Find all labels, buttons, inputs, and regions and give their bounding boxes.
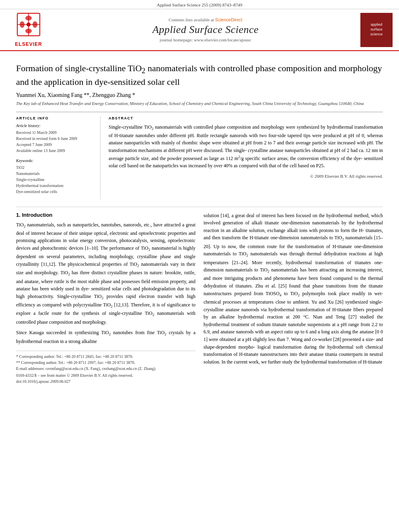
svg-point-7	[27, 23, 31, 27]
article-info-label: ARTICLE INFO	[16, 116, 95, 120]
sciencedirect-line: Contents lists available at ScienceDirec…	[51, 17, 360, 22]
history-label: Article history:	[16, 123, 95, 128]
intro-para-1: TiO2 nanomaterials, such as nanoparticle…	[16, 221, 195, 326]
footnote-1: * Corresponding author. Tel.: +86 20 871…	[16, 353, 195, 359]
intro-para-2: Since Kasuga succeeded in synthesizing T…	[16, 329, 195, 345]
main-content: Formation of single-crystalline TiO2 nan…	[0, 51, 399, 392]
elsevier-logo: ELSEVIER	[6, 12, 51, 47]
doi-line: doi:10.1016/j.apsusc.2009.06.027	[16, 379, 195, 384]
keyword-3: Single-crystalline	[16, 177, 95, 183]
journal-homepage: journal homepage: www.elsevier.com/locat…	[51, 37, 360, 42]
revised-date: Received in revised form 6 June 2009	[16, 136, 95, 142]
cover-text: appliedsurfacescience	[370, 23, 383, 37]
journal-reference-bar: Applied Surface Science 255 (2009) 8743–…	[0, 0, 399, 9]
article-info-abstract-section: ARTICLE INFO Article history: Received 1…	[16, 112, 383, 199]
svg-point-6	[25, 29, 32, 33]
received-date: Received 11 March 2009	[16, 129, 95, 136]
svg-point-5	[33, 21, 37, 28]
available-date: Available online 13 June 2009	[16, 148, 95, 154]
journal-title-area: Contents lists available at ScienceDirec…	[51, 17, 360, 42]
article-history: Article history: Received 11 March 2009 …	[16, 123, 95, 154]
keywords-group: Keywords: TiO2 Nanomaterials Single-crys…	[16, 158, 95, 195]
affiliation: The Key lab of Enhanced Heat Transfer an…	[16, 101, 383, 107]
introduction-heading: 1. Introduction	[16, 212, 195, 218]
journal-cover: appliedsurfacescience	[360, 13, 393, 47]
issn-line: 0169-4332/$ – see front matter © 2009 El…	[16, 373, 195, 378]
abstract-label: ABSTRACT	[109, 116, 383, 120]
footnote-email: E-mail addresses: cexmfang@scut.edu.cn (…	[16, 366, 195, 372]
abstract-column: ABSTRACT Single-crystalline TiO2 nanomat…	[109, 116, 383, 199]
journal-header: ELSEVIER Contents lists available at Sci…	[0, 9, 399, 51]
authors: Yuanmei Xu, Xiaoming Fang **, Zhengguo Z…	[16, 92, 383, 99]
footnotes: * Corresponding author. Tel.: +86 20 871…	[16, 351, 195, 384]
article-info-column: ARTICLE INFO Article history: Received 1…	[16, 116, 101, 199]
body-right-column: solution [14], a great deal of interest …	[204, 212, 383, 384]
keyword-1: TiO2	[16, 164, 95, 170]
body-section: 1. Introduction TiO2 nanomaterials, such…	[16, 207, 383, 384]
intro-para-right: solution [14], a great deal of interest …	[204, 212, 383, 366]
body-left-column: 1. Introduction TiO2 nanomaterials, such…	[16, 212, 195, 384]
journal-name: Applied Surface Science	[51, 24, 360, 36]
accepted-date: Accepted 7 June 2009	[16, 142, 95, 148]
svg-point-3	[25, 16, 32, 21]
journal-ref-text: Applied Surface Science 255 (2009) 8743–…	[157, 2, 242, 7]
keywords-label: Keywords:	[16, 158, 95, 163]
keyword-2: Nanomaterials	[16, 170, 95, 177]
keyword-5: Dye-sensitized solar cells	[16, 189, 95, 195]
elsevier-wordmark: ELSEVIER	[15, 41, 42, 47]
sciencedirect-link[interactable]: ScienceDirect	[215, 17, 243, 22]
footnote-2: ** Corresponding author. Tel.: +86 20 87…	[16, 359, 195, 366]
article-title: Formation of single-crystalline TiO2 nan…	[16, 62, 383, 88]
abstract-text: Single-crystalline TiO2 nanomaterials wi…	[109, 123, 383, 170]
svg-point-4	[20, 21, 25, 28]
copyright-line: © 2009 Elsevier B.V. All rights reserved…	[109, 174, 383, 179]
keyword-4: Hydrothermal transformation	[16, 183, 95, 189]
